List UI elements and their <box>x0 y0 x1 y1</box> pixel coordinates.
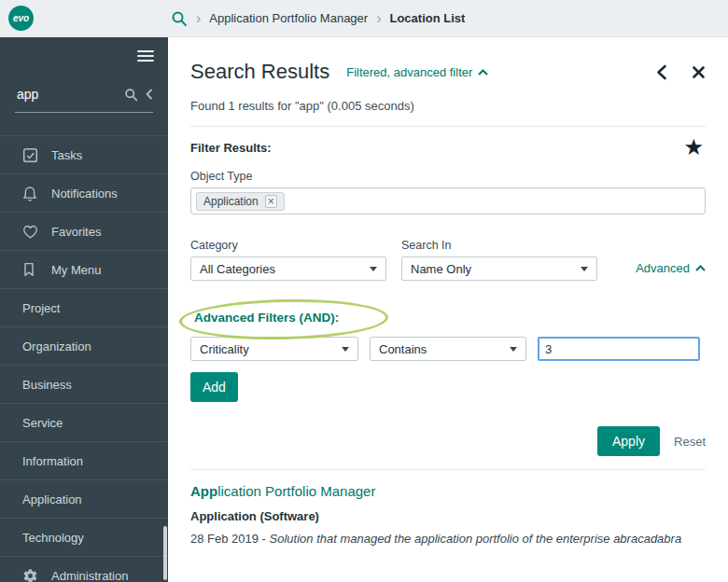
result-date: 28 Feb 2019 - <box>190 532 270 546</box>
sidebar-item-label: Application <box>22 492 82 506</box>
filter-value-input[interactable] <box>538 337 700 361</box>
main-content: Search Results Filtered, advanced filter… <box>168 37 728 582</box>
filter-status-label: Filtered, advanced filter <box>346 65 472 79</box>
result-title-link[interactable]: Application Portfolio Manager <box>190 483 375 499</box>
filter-results-heading: Filter Results: <box>190 141 272 155</box>
result-title-match: App <box>190 483 217 499</box>
heart-icon <box>22 225 39 239</box>
evo-logo[interactable]: evo <box>8 6 34 31</box>
chevron-up-icon <box>478 69 488 76</box>
advanced-toggle-label: Advanced <box>636 261 690 275</box>
add-button[interactable]: Add <box>190 372 238 402</box>
chip-remove-icon[interactable]: × <box>265 195 277 208</box>
chevron-left-icon[interactable] <box>146 89 153 100</box>
result-object-type: Application (Software) <box>190 509 706 523</box>
sidebar-item-project[interactable]: Project <box>0 289 168 327</box>
sidebar-item-label: Service <box>22 416 63 430</box>
advanced-filters-heading: Advanced Filters (AND): <box>194 311 339 325</box>
sidebar-item-label: Favorites <box>51 225 101 239</box>
sidebar-item-information[interactable]: Information <box>0 442 168 480</box>
breadcrumb-application-portfolio-manager[interactable]: Application Portfolio Manager <box>209 11 368 25</box>
sidebar-item-label: Notifications <box>51 187 118 201</box>
chevron-down-icon <box>581 267 588 271</box>
chevron-down-icon <box>342 347 349 352</box>
result-title-rest: lication Portfolio Manager <box>217 483 375 499</box>
search-in-selected-value: Name Only <box>411 262 471 276</box>
sidebar-item-label: Project <box>22 301 60 315</box>
sidebar-item-business[interactable]: Business <box>0 366 168 404</box>
sidebar-item-label: Technology <box>22 531 84 545</box>
menu-icon[interactable] <box>137 48 154 64</box>
search-in-label: Search In <box>401 239 597 252</box>
reset-button[interactable]: Reset <box>674 435 706 449</box>
search-in-select[interactable]: Name Only <box>401 256 597 281</box>
sidebar-menu: Tasks Notifications Favorites My Menu <box>0 135 168 582</box>
sidebar-search-input[interactable] <box>15 86 117 103</box>
results-summary: Found 1 results for "app" (0.005 seconds… <box>190 99 706 113</box>
sidebar-item-notifications[interactable]: Notifications <box>0 174 168 213</box>
sidebar-item-label: Administration <box>51 569 128 582</box>
back-chevron-icon[interactable] <box>655 64 667 80</box>
sidebar-header <box>0 37 168 75</box>
tasks-icon <box>22 147 39 163</box>
search-icon[interactable] <box>171 10 188 27</box>
sidebar-search <box>15 86 153 113</box>
sidebar-item-tasks[interactable]: Tasks <box>0 136 168 174</box>
sidebar-item-label: Information <box>22 454 83 468</box>
topbar: evo › Application Portfolio Manager › Lo… <box>0 0 728 37</box>
page-title: Search Results <box>190 60 329 84</box>
chevron-up-icon <box>695 265 706 271</box>
category-label: Category <box>190 239 386 252</box>
filter-status-link[interactable]: Filtered, advanced filter <box>346 65 488 79</box>
sidebar-item-administration[interactable]: Administration <box>0 557 168 582</box>
operator-select[interactable]: Contains <box>370 337 526 361</box>
result-description: 28 Feb 2019 - Solution that managed the … <box>190 532 706 546</box>
sidebar-item-favorites[interactable]: Favorites <box>0 213 168 251</box>
apply-button[interactable]: Apply <box>597 426 660 456</box>
bell-icon <box>22 186 39 201</box>
criticality-selected-value: Criticality <box>200 342 249 356</box>
result-description-text: Solution that managed the application po… <box>270 532 682 546</box>
gear-icon <box>22 568 39 582</box>
evo-logo-text: evo <box>13 13 29 23</box>
search-icon[interactable] <box>124 88 138 102</box>
chip-label: Application <box>203 195 259 208</box>
category-select[interactable]: All Categories <box>190 256 386 281</box>
chevron-down-icon <box>510 347 517 352</box>
breadcrumb-separator: › <box>376 10 381 27</box>
sidebar: Tasks Notifications Favorites My Menu <box>0 37 168 582</box>
sidebar-item-application[interactable]: Application <box>0 480 168 519</box>
divider <box>190 126 706 127</box>
sidebar-item-my-menu[interactable]: My Menu <box>0 251 168 289</box>
search-result-item: Application Portfolio Manager Applicatio… <box>190 483 706 546</box>
breadcrumb-location-list[interactable]: Location List <box>389 11 465 25</box>
app-window: evo › Application Portfolio Manager › Lo… <box>0 0 728 582</box>
category-selected-value: All Categories <box>200 262 275 276</box>
divider <box>190 469 706 470</box>
favorite-star-icon[interactable]: ★ <box>683 136 704 159</box>
sidebar-item-label: Organization <box>22 340 91 353</box>
sidebar-item-label: Business <box>22 378 72 392</box>
sidebar-item-service[interactable]: Service <box>0 404 168 442</box>
sidebar-item-label: My Menu <box>51 263 101 277</box>
object-type-input[interactable]: Application × <box>190 187 706 215</box>
object-type-chip[interactable]: Application × <box>196 192 285 211</box>
sidebar-item-organization[interactable]: Organization <box>0 327 168 366</box>
advanced-toggle[interactable]: Advanced <box>636 261 706 281</box>
object-type-label: Object Type <box>190 170 706 183</box>
sidebar-scrollbar[interactable] <box>163 526 167 580</box>
breadcrumb-separator: › <box>196 10 201 27</box>
sidebar-item-label: Tasks <box>51 148 82 162</box>
sidebar-item-technology[interactable]: Technology <box>0 519 168 557</box>
operator-selected-value: Contains <box>379 342 427 356</box>
chevron-down-icon <box>370 267 377 271</box>
close-icon[interactable] <box>692 65 706 79</box>
criticality-field-select[interactable]: Criticality <box>190 337 358 361</box>
bookmark-icon <box>22 262 39 277</box>
